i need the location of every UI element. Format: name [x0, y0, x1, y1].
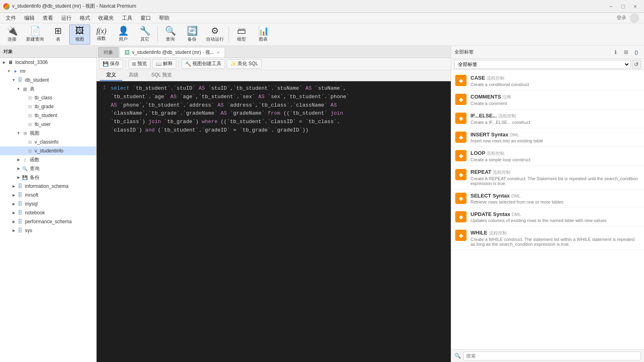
- toolbar-backup[interactable]: 🔄 备份: [182, 25, 202, 45]
- sidebar-item-functions[interactable]: ▶ f 函数: [0, 155, 96, 164]
- case-snippet-name: CASE 流程控制: [471, 75, 640, 81]
- view-builder-icon: 🔨: [185, 61, 191, 67]
- case-snippet-desc: Create a conditional construct: [471, 82, 640, 87]
- preview-icon: ⊞: [132, 61, 136, 67]
- tab-view-editor[interactable]: 🖼 v_studentinfo @db_student (mr) - 视... …: [119, 47, 225, 58]
- sidebar-item-information_schema[interactable]: ▶ 🗄 information_schema: [0, 182, 96, 191]
- snippet-grid-icon[interactable]: ⊞: [621, 48, 630, 57]
- sidebar-item-backups[interactable]: ▶ 💾 备份: [0, 173, 96, 182]
- snippet-item-comments[interactable]: ◆ COMMENTS 注释 Create a comment: [451, 90, 644, 109]
- autorun-label: 自动运行: [206, 36, 224, 42]
- sidebar-item-v_classinfo[interactable]: ⊟ v_classinfo: [0, 138, 96, 146]
- sidebar-item-performance_schema[interactable]: ▶ 🗄 performance_schema: [0, 217, 96, 226]
- tab-objects[interactable]: 对象: [98, 47, 118, 58]
- snippet-item-while[interactable]: ◆ WHILE 流程控制 Create a WHILE construct. T…: [451, 226, 644, 250]
- sidebar-item-mysql[interactable]: ▶ 🗄 mysql: [0, 200, 96, 208]
- save-button[interactable]: 💾 保存: [99, 59, 123, 69]
- snippet-item-if-else[interactable]: ◆ IF...ELSE... 流程控制 Create a IF...ELSE..…: [451, 109, 644, 128]
- beautify-sql-button[interactable]: ✨ 美化 SQL: [227, 59, 262, 69]
- menu-view[interactable]: 查看: [39, 14, 57, 23]
- menu-tools[interactable]: 工具: [118, 14, 136, 23]
- window-controls: − □ ×: [605, 2, 641, 11]
- sidebar-item-tb_user[interactable]: ⊟ tb_user: [0, 120, 96, 129]
- table-row-icon-3: ⊟: [27, 112, 33, 119]
- toolbar-autorun[interactable]: ⚙ 自动运行: [203, 25, 227, 45]
- snippet-item-case[interactable]: ◆ CASE 流程控制 Create a conditional constru…: [451, 72, 644, 90]
- sidebar-item-localhost[interactable]: ▶ 🖥 localhost_3306: [0, 58, 96, 67]
- tab-close-icon[interactable]: ✕: [217, 50, 220, 55]
- snippet-item-repeat[interactable]: ◆ REPEAT 流程控制 Create A REPEAT construct.…: [451, 166, 644, 189]
- sidebar-item-tb_student[interactable]: ⊟ tb_student: [0, 111, 96, 120]
- toolbar-function[interactable]: f(x) 函数: [91, 25, 112, 45]
- toolbar-query[interactable]: 🔍 查询: [160, 25, 181, 45]
- performance-schema-label: performance_schema: [25, 219, 72, 224]
- snippet-item-insert[interactable]: ◆ INSERT Syntax DML Insert new rows into…: [451, 128, 644, 147]
- snippet-item-update[interactable]: ◆ UPDATE Syntax DML Updates columns of e…: [451, 208, 644, 226]
- sidebar-item-mrsoft[interactable]: ▶ 🗄 mrsoft: [0, 191, 96, 200]
- table-row-icon-2: ⊟: [27, 103, 33, 110]
- menu-format[interactable]: 格式: [76, 14, 94, 23]
- editor-tab-sql-preview[interactable]: SQL 预览: [145, 70, 178, 81]
- sidebar-item-views[interactable]: ▼ ⊞ 视图: [0, 129, 96, 138]
- view-tab-icon: 🖼: [124, 49, 130, 56]
- localhost-label: localhost_3306: [15, 60, 48, 65]
- toolbar-user[interactable]: 👤 用户: [113, 25, 134, 45]
- menu-file[interactable]: 文件: [2, 14, 20, 23]
- sidebar-item-queries[interactable]: ▶ 🔍 查询: [0, 164, 96, 173]
- sidebar-item-tb_grade[interactable]: ⊟ tb_grade: [0, 102, 96, 111]
- sidebar-item-mr[interactable]: ▼ ● mr: [0, 67, 96, 76]
- sidebar-item-notebook[interactable]: ▶ 🗄 notebook: [0, 208, 96, 217]
- toolbar-connect[interactable]: 🔌 连接: [2, 25, 23, 45]
- menu-help[interactable]: 帮助: [155, 14, 173, 23]
- toolbar-other[interactable]: 🔧 其它: [134, 25, 155, 45]
- repeat-snippet-info: REPEAT 流程控制 Create A REPEAT construct. T…: [471, 169, 640, 186]
- toolbar-view[interactable]: 🖼 视图: [69, 25, 90, 45]
- sidebar-item-tables[interactable]: ▼ ▦ 表: [0, 84, 96, 93]
- preview-label: 预览: [137, 60, 147, 67]
- repeat-snippet-desc: Create A REPEAT construct. The Statement…: [471, 176, 640, 186]
- snippet-item-loop[interactable]: ◆ LOOP 流程控制 Create a simple loop constru…: [451, 147, 644, 166]
- toolbar-model[interactable]: 🗃 模型: [231, 25, 252, 45]
- search-input[interactable]: [463, 352, 641, 360]
- sidebar-item-tb_class[interactable]: ⊟ tb_class: [0, 93, 96, 102]
- menu-window[interactable]: 窗口: [136, 14, 155, 23]
- menu-favorites[interactable]: 收藏夹: [94, 14, 118, 23]
- toolbar-new-query[interactable]: 📄 新建查询: [23, 25, 47, 45]
- update-snippet-info: UPDATE Syntax DML Updates columns of exi…: [471, 211, 640, 223]
- login-button[interactable]: 登录: [617, 14, 626, 21]
- toolbar-table[interactable]: ⊞ 表: [47, 25, 68, 45]
- tag-select-dropdown[interactable]: 全部标签: [454, 60, 630, 69]
- maximize-button[interactable]: □: [617, 2, 629, 11]
- sidebar-item-v_studentinfo[interactable]: ⊟ v_studentinfo: [0, 146, 96, 155]
- code-snippet-icon[interactable]: (): [632, 48, 641, 57]
- sql-line-4: `className`,`tb_grade`.`gradeName` AS `g…: [97, 109, 451, 118]
- while-snippet-name: WHILE 流程控制: [471, 230, 640, 236]
- editor-tab-definition[interactable]: 定义: [100, 70, 122, 81]
- comments-snippet-desc: Create a comment: [471, 101, 640, 106]
- view-builder-button[interactable]: 🔨 视图创建工具: [182, 59, 225, 69]
- tables-icon: ▦: [22, 86, 28, 92]
- snippet-item-select[interactable]: ◆ SELECT Syntax DML Retrieve rows select…: [451, 189, 644, 208]
- repeat-snippet-tag: 流程控制: [493, 170, 510, 175]
- sidebar-item-db_student[interactable]: ▼ 🗄 db_student: [0, 76, 96, 84]
- sql-preview-tab-label: SQL 预览: [151, 72, 172, 78]
- toolbar-chart[interactable]: 📊 图表: [253, 25, 274, 45]
- db-student-label: db_student: [25, 77, 49, 83]
- sidebar-item-sys[interactable]: ▶ 🗄 sys: [0, 226, 96, 235]
- sql-editor[interactable]: 1 select `tb_student`.`stuID` AS `stuID`…: [97, 81, 451, 362]
- close-button[interactable]: ×: [630, 2, 641, 11]
- minimize-button[interactable]: −: [605, 2, 617, 11]
- title-bar: v_studentinfo @db_student (mr) - 视图 - Na…: [0, 0, 644, 13]
- preview-button[interactable]: ⊞ 预览: [128, 59, 151, 69]
- explain-button[interactable]: 📖 解释: [152, 59, 176, 69]
- functions-label: 函数: [30, 156, 39, 163]
- backups-label: 备份: [30, 174, 39, 181]
- menu-edit[interactable]: 编辑: [20, 14, 39, 23]
- info-icon[interactable]: ℹ: [611, 48, 620, 57]
- spacer4: [21, 122, 26, 127]
- comments-snippet-info: COMMENTS 注释 Create a comment: [471, 94, 640, 106]
- menu-run[interactable]: 运行: [57, 14, 76, 23]
- editor-tab-advanced[interactable]: 高级: [122, 70, 145, 81]
- refresh-tag-button[interactable]: ↺: [632, 60, 641, 69]
- comments-snippet-icon: ◆: [455, 94, 466, 105]
